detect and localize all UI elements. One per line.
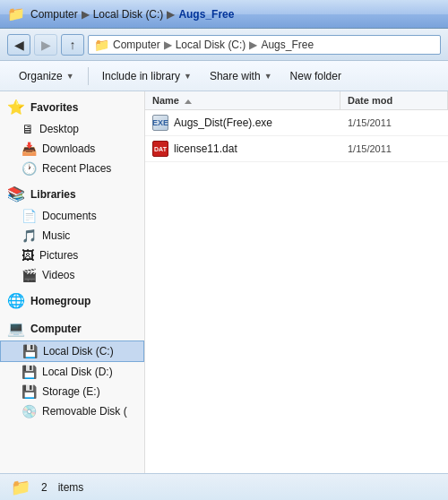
- sidebar-item-videos[interactable]: 🎬 Videos: [0, 265, 144, 285]
- address-part1: Computer: [113, 39, 160, 51]
- file-date-augs: 1/15/2011: [348, 117, 392, 128]
- address-sep2: ▶: [249, 39, 257, 51]
- back-button[interactable]: ◀: [7, 34, 30, 56]
- sidebar-header-computer[interactable]: 💻 Computer: [0, 316, 144, 341]
- local-d-label: Local Disk (D:): [42, 366, 113, 378]
- music-label: Music: [42, 229, 70, 242]
- computer-icon: 💻: [7, 320, 25, 337]
- forward-button[interactable]: ▶: [34, 34, 57, 56]
- status-folder-icon: 📁: [11, 478, 30, 497]
- breadcrumb-sep2: ▶: [167, 8, 175, 21]
- file-name-license: license11.dat: [174, 142, 237, 155]
- organize-label: Organize: [19, 70, 63, 82]
- recent-places-label: Recent Places: [42, 162, 111, 175]
- sidebar-item-music[interactable]: 🎵 Music: [0, 226, 144, 246]
- sidebar-item-downloads[interactable]: 📥 Downloads: [0, 139, 144, 159]
- include-library-label: Include in library: [102, 70, 180, 82]
- local-d-icon: 💾: [22, 365, 37, 379]
- sidebar-item-storage-e[interactable]: 💾 Storage (E:): [0, 382, 144, 401]
- include-library-button[interactable]: Include in library ▼: [94, 65, 200, 87]
- items-label: items: [58, 481, 84, 494]
- column-header-name[interactable]: Name: [145, 91, 340, 109]
- address-sep1: ▶: [164, 39, 172, 51]
- file-list-header: Name Date mod: [145, 91, 448, 110]
- homegroup-icon: 🌐: [7, 292, 25, 309]
- title-bar: 📁 Computer ▶ Local Disk (C:) ▶ Augs_Free: [0, 0, 448, 29]
- organize-button[interactable]: Organize ▼: [11, 65, 82, 87]
- organize-chevron: ▼: [66, 72, 74, 81]
- exe-icon: EXE: [152, 115, 168, 131]
- libraries-icon: 📚: [7, 185, 25, 203]
- address-folder-icon: 📁: [94, 38, 109, 52]
- breadcrumb-sep1: ▶: [82, 8, 90, 21]
- computer-label: Computer: [30, 323, 82, 335]
- status-bar: 📁 2 items: [0, 473, 448, 500]
- sidebar-section-favorites: ⭐ Favorites 🖥 Desktop 📥 Downloads 🕐 Rece…: [0, 95, 144, 178]
- title-folder-icon: 📁: [7, 5, 25, 22]
- sidebar-header-favorites[interactable]: ⭐ Favorites: [0, 95, 144, 119]
- sidebar-section-homegroup: 🌐 Homegroup: [0, 289, 144, 313]
- toolbar: Organize ▼ Include in library ▼ Share wi…: [0, 61, 448, 91]
- storage-e-icon: 💾: [22, 384, 37, 399]
- file-name-augs: Augs_Dist(Free).exe: [174, 116, 272, 129]
- homegroup-label: Homegroup: [30, 295, 90, 307]
- desktop-label: Desktop: [39, 123, 79, 135]
- pictures-label: Pictures: [39, 249, 78, 262]
- storage-e-label: Storage (E:): [42, 385, 100, 398]
- documents-icon: 📄: [22, 209, 37, 223]
- sidebar-item-recent-places[interactable]: 🕐 Recent Places: [0, 159, 144, 178]
- up-button[interactable]: ↑: [61, 34, 84, 56]
- file-row-license11[interactable]: DAT license11.dat 1/15/2011: [145, 136, 448, 162]
- address-current: Augs_Free: [261, 39, 314, 51]
- local-c-label: Local Disk (C:): [43, 345, 114, 358]
- breadcrumb-computer: Computer: [30, 8, 78, 21]
- sidebar: ⭐ Favorites 🖥 Desktop 📥 Downloads 🕐 Rece…: [0, 91, 145, 473]
- sidebar-item-documents[interactable]: 📄 Documents: [0, 206, 144, 226]
- favorites-icon: ⭐: [7, 99, 25, 116]
- column-date-label: Date mod: [348, 95, 392, 106]
- breadcrumb: Computer ▶ Local Disk (C:) ▶ Augs_Free: [30, 8, 234, 21]
- sidebar-section-computer: 💻 Computer 💾 Local Disk (C:) 💾 Local Dis…: [0, 316, 144, 421]
- sidebar-section-libraries: 📚 Libraries 📄 Documents 🎵 Music 🖼 Pictur…: [0, 182, 144, 285]
- recent-places-icon: 🕐: [22, 161, 37, 176]
- file-pane: Name Date mod EXE Augs_Dist(Free).exe 1/…: [145, 91, 448, 473]
- downloads-icon: 📥: [22, 142, 37, 156]
- new-folder-button[interactable]: New folder: [282, 65, 349, 87]
- share-with-button[interactable]: Share with ▼: [202, 65, 280, 87]
- favorites-label: Favorites: [30, 101, 78, 114]
- file-cell-name-augs: EXE Augs_Dist(Free).exe: [145, 113, 340, 133]
- videos-icon: 🎬: [22, 268, 37, 282]
- removable-label: Removable Disk (: [42, 405, 127, 418]
- sidebar-item-local-c[interactable]: 💾 Local Disk (C:): [0, 341, 144, 362]
- address-bar[interactable]: 📁 Computer ▶ Local Disk (C:) ▶ Augs_Free: [88, 35, 441, 55]
- downloads-label: Downloads: [42, 142, 95, 155]
- main-area: ⭐ Favorites 🖥 Desktop 📥 Downloads 🕐 Rece…: [0, 91, 448, 473]
- column-header-date[interactable]: Date mod: [340, 91, 448, 109]
- file-cell-date-license: 1/15/2011: [340, 142, 448, 156]
- sidebar-item-desktop[interactable]: 🖥 Desktop: [0, 119, 144, 139]
- desktop-icon: 🖥: [22, 122, 34, 136]
- file-cell-name-license: DAT license11.dat: [145, 139, 340, 159]
- pictures-icon: 🖼: [22, 248, 34, 263]
- sidebar-item-local-d[interactable]: 💾 Local Disk (D:): [0, 362, 144, 382]
- item-count: 2: [41, 481, 47, 494]
- share-with-label: Share with: [210, 70, 261, 82]
- title-bar-content: 📁 Computer ▶ Local Disk (C:) ▶ Augs_Free: [7, 5, 441, 22]
- removable-icon: 💿: [22, 404, 37, 418]
- documents-label: Documents: [42, 210, 97, 222]
- sidebar-item-removable[interactable]: 💿 Removable Disk (: [0, 401, 144, 421]
- sidebar-header-homegroup[interactable]: 🌐 Homegroup: [0, 289, 144, 313]
- toolbar-sep1: [88, 67, 89, 85]
- share-with-chevron: ▼: [264, 72, 272, 81]
- sidebar-header-libraries[interactable]: 📚 Libraries: [0, 182, 144, 206]
- file-row-augs-dist[interactable]: EXE Augs_Dist(Free).exe 1/15/2011: [145, 110, 448, 136]
- file-date-license: 1/15/2011: [348, 143, 392, 154]
- file-cell-date-augs: 1/15/2011: [340, 116, 448, 130]
- nav-bar: ◀ ▶ ↑ 📁 Computer ▶ Local Disk (C:) ▶ Aug…: [0, 29, 448, 61]
- libraries-label: Libraries: [30, 188, 76, 201]
- new-folder-label: New folder: [290, 70, 341, 82]
- breadcrumb-local-disk: Local Disk (C:): [93, 8, 164, 21]
- videos-label: Videos: [42, 269, 74, 281]
- sidebar-item-pictures[interactable]: 🖼 Pictures: [0, 246, 144, 265]
- include-library-chevron: ▼: [184, 72, 192, 81]
